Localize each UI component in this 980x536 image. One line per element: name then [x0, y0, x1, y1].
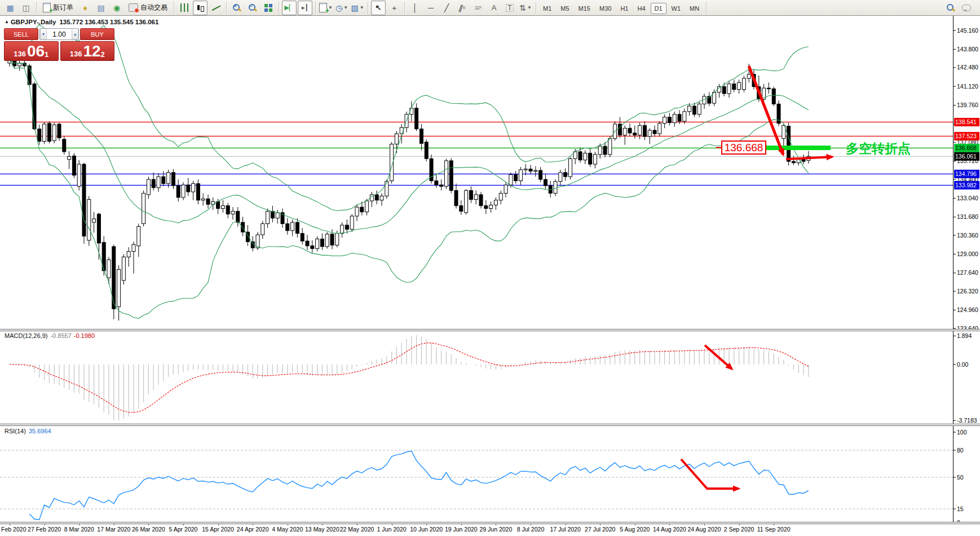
- pane-separator[interactable]: [0, 329, 980, 331]
- candle-body: [291, 222, 294, 231]
- candle-body: [251, 241, 254, 248]
- candle-body: [509, 174, 513, 184]
- date-label: 1 Jun 2020: [377, 526, 407, 533]
- autotrading-button[interactable]: 自动交易: [125, 1, 171, 15]
- text-tool-button[interactable]: A: [487, 1, 501, 15]
- candle-body: [499, 194, 502, 200]
- volume-down-button[interactable]: ▼: [40, 29, 47, 39]
- candle-body: [460, 206, 463, 212]
- rsi-pane-canvas[interactable]: 1008050150: [0, 425, 980, 522]
- arrows-tool-button[interactable]: ⇅▼: [518, 1, 533, 15]
- channel-tool-button[interactable]: ∥E: [455, 1, 470, 15]
- new-order-button[interactable]: + 新订单: [39, 1, 77, 15]
- note-text[interactable]: 多空转折点: [846, 141, 911, 156]
- tile-windows-button[interactable]: [261, 1, 276, 15]
- main-chart-canvas[interactable]: 145.160143.800142.480141.120139.760138.4…: [0, 16, 980, 329]
- volume-up-button[interactable]: ▲: [72, 29, 78, 39]
- timeframe-W1[interactable]: W1: [668, 3, 685, 14]
- hline-tool-button[interactable]: ─: [423, 1, 438, 15]
- data-window-button[interactable]: ▤: [94, 1, 108, 15]
- templates-button[interactable]: ▧▼: [350, 1, 365, 15]
- candle-body: [449, 161, 453, 191]
- chat-button[interactable]: [959, 1, 974, 15]
- right-arrow[interactable]: [786, 157, 832, 159]
- auto-scroll-button[interactable]: ▶▏: [282, 1, 297, 15]
- candle-body: [633, 133, 637, 135]
- zoom-out-button[interactable]: −: [245, 1, 260, 15]
- toolbar-separator: [36, 2, 37, 14]
- crosshair-icon: ＋: [390, 4, 398, 12]
- date-label: 17 Jul 2020: [550, 526, 580, 533]
- candle-body: [142, 194, 145, 224]
- highlight-bar[interactable]: [766, 146, 831, 150]
- navigator-button[interactable]: ◉: [109, 1, 124, 15]
- collapse-icon[interactable]: ▲: [5, 19, 9, 24]
- timeframe-MN[interactable]: MN: [686, 3, 703, 14]
- candle-body: [345, 225, 348, 229]
- candle-body: [171, 173, 175, 186]
- candle-body: [514, 174, 518, 181]
- search-button[interactable]: [943, 1, 958, 15]
- timeframe-M15[interactable]: M15: [575, 3, 594, 14]
- candle-body: [683, 112, 686, 121]
- price-tick-label: 126.320: [957, 288, 978, 295]
- timeframe-M5[interactable]: M5: [557, 3, 573, 14]
- macd-pane-canvas[interactable]: 1.8940.00-3.7183: [0, 331, 980, 424]
- periods-button[interactable]: ◷▼: [334, 1, 349, 15]
- candles: [8, 56, 810, 321]
- indicators-button[interactable]: +▼: [319, 1, 333, 15]
- chart-shift-button[interactable]: ▸┃: [298, 1, 312, 15]
- candle-body: [802, 159, 805, 161]
- vline-tool-button[interactable]: │: [408, 1, 422, 15]
- bar-chart-button[interactable]: [177, 1, 192, 15]
- timeframe-H4[interactable]: H4: [633, 3, 649, 14]
- new-chart-button[interactable]: ▦: [3, 1, 17, 15]
- crosshair-button[interactable]: ＋: [387, 1, 401, 15]
- timeframe-D1[interactable]: D1: [651, 3, 666, 14]
- label-tool-button[interactable]: T: [502, 1, 517, 15]
- mt4-window: ▦ ◫ + 新订单 ♦ ▤ ◉ 自动交易 + − ▶▏ ▸┃ +▼ ◷▼ ▧▼ …: [0, 0, 980, 536]
- candle-body: [157, 177, 160, 188]
- date-label: 13 May 2020: [305, 526, 339, 533]
- candle-chart-button[interactable]: [193, 1, 208, 15]
- buy-button[interactable]: BUY: [80, 28, 114, 40]
- candle-body: [261, 224, 264, 235]
- toolbar-separator: [404, 2, 405, 14]
- candle-chart-icon: [196, 3, 205, 12]
- toolbar-separator: [368, 2, 368, 14]
- price-tick-label: 133.040: [957, 195, 978, 201]
- buy-price-prefix: 136: [70, 50, 82, 58]
- price-tick-label: 143.800: [957, 46, 978, 52]
- timeframe-M30[interactable]: M30: [595, 3, 615, 14]
- fibonacci-tool-button[interactable]: ≡F: [471, 1, 485, 15]
- candle-body: [336, 234, 339, 245]
- candle-body: [375, 195, 378, 200]
- trendline-tool-button[interactable]: ╱: [439, 1, 454, 15]
- zoom-in-button[interactable]: +: [229, 1, 244, 15]
- sell-button[interactable]: SELL: [4, 28, 38, 40]
- pane-separator[interactable]: [0, 424, 980, 426]
- date-label: 24 Apr 2020: [237, 526, 269, 533]
- candle-body: [420, 129, 423, 143]
- rsi-label: RSI(14)35.6964: [5, 428, 51, 434]
- timeframe-H1[interactable]: H1: [616, 3, 632, 14]
- toolbar-separator: [315, 2, 316, 14]
- buy-price-tile[interactable]: 136122: [60, 41, 115, 61]
- cursor-button[interactable]: ↖: [371, 1, 386, 15]
- timeframe-M1[interactable]: M1: [539, 3, 555, 14]
- price-badge-label: 133.982: [955, 182, 977, 188]
- volume-input[interactable]: [47, 29, 72, 39]
- tile-windows-icon: [264, 4, 272, 12]
- candle-body: [271, 211, 274, 218]
- sell-price-tile[interactable]: 136061: [4, 41, 59, 61]
- time-axis[interactable]: 18 Feb 202027 Feb 20208 Mar 202017 Mar 2…: [0, 524, 953, 536]
- candle-body: [182, 185, 185, 197]
- market-watch-button[interactable]: ♦: [78, 1, 92, 15]
- profiles-button[interactable]: ◫: [19, 1, 33, 15]
- candle-body: [698, 104, 701, 114]
- bollinger-band-line: [10, 24, 809, 210]
- price-tick-label: 141.120: [957, 83, 978, 90]
- candle-body: [266, 211, 270, 223]
- line-chart-button[interactable]: [209, 1, 223, 15]
- macd-label: MACD(12,26,9)-0.8557-0.1980: [5, 332, 95, 339]
